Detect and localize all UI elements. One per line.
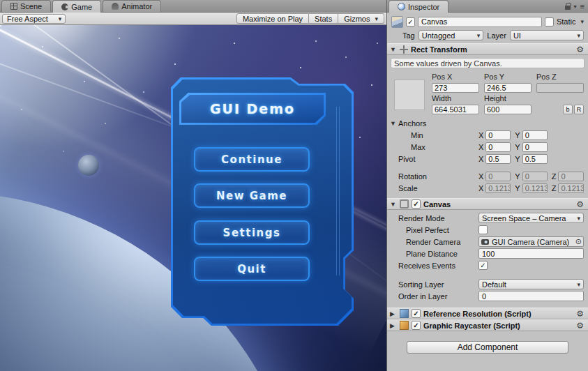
rect-transform-header[interactable]: ▼ Rect Transform ⚙ (387, 43, 588, 55)
plane-distance-row: Plane Distance 100 (387, 248, 588, 259)
tab-inspector[interactable]: Inspector (389, 0, 448, 13)
raw-edit-mode-button[interactable]: R (574, 105, 584, 114)
graphic-raycaster-icon (400, 321, 409, 330)
reference-resolution-icon (400, 309, 409, 318)
new-game-button[interactable]: New Game (194, 183, 310, 208)
pivot-x-field[interactable]: 0.5 (485, 154, 511, 164)
pos-z-field (536, 83, 584, 93)
tag-dropdown[interactable]: Untagged ▾ (419, 30, 484, 40)
rect-transform-block: Pos X Pos Y Pos Z 273 246.5 Width Height… (387, 70, 588, 117)
inspector-icon (398, 3, 405, 10)
gear-icon[interactable]: ⚙ (576, 321, 584, 331)
anchors-label: Anchors (398, 119, 478, 128)
blueprint-mode-button[interactable]: b (563, 105, 573, 114)
reference-resolution-header[interactable]: ▶ ✓ Reference Resolution (Script) ⚙ (387, 308, 588, 319)
graphic-raycaster-header[interactable]: ▶ ✓ Graphic Raycaster (Script) ⚙ (387, 319, 588, 331)
order-in-layer-label: Order in Layer (398, 292, 478, 301)
game-pane: Scene Game Animator Free Aspect ▾ Maximi… (0, 0, 386, 371)
foldout-icon[interactable]: ▼ (390, 46, 397, 53)
width-label: Width (432, 94, 479, 103)
rotation-row: Rotation X0 Y0 Z0 (387, 170, 588, 182)
aspect-dropdown[interactable]: Free Aspect ▾ (2, 14, 66, 24)
gizmos-dropdown[interactable]: Gizmos ▾ (338, 13, 384, 24)
gear-icon[interactable]: ⚙ (576, 309, 584, 319)
height-field[interactable]: 600 (484, 105, 532, 114)
object-picker-icon[interactable]: ⊙ (575, 237, 582, 246)
receives-events-checkbox[interactable]: ✓ (478, 261, 488, 270)
pixel-perfect-checkbox[interactable] (478, 225, 488, 234)
tab-game-label: Game (71, 3, 92, 11)
layer-dropdown[interactable]: UI ▾ (510, 30, 584, 40)
scale-label: Scale (398, 184, 478, 192)
tab-scene[interactable]: Scene (1, 0, 51, 12)
gear-icon[interactable]: ⚙ (576, 199, 584, 209)
canvas-component-header[interactable]: ▼ ✓ Canvas ⚙ (387, 198, 588, 210)
lock-icon[interactable] (565, 6, 571, 10)
camera-icon (481, 239, 489, 245)
render-camera-object-field[interactable]: GUI Camera (Camera) ⊙ (478, 236, 584, 247)
game-viewport[interactable]: GUI Demo Continue New Game Settings Quit (0, 25, 386, 371)
gameobject-icon (391, 16, 403, 28)
scale-x-field: 0.12132 (485, 183, 511, 193)
panel-menu-icon[interactable]: ≡ (580, 3, 585, 10)
min-x-field[interactable]: 0 (485, 130, 511, 140)
dropdown-arrow-icon[interactable]: ▾ (574, 3, 577, 10)
gameobject-header: ✓ Canvas Static ▾ (387, 14, 588, 29)
active-checkbox[interactable]: ✓ (406, 17, 415, 26)
menu-title: GUI Demo (179, 93, 326, 125)
tag-layer-row: Tag Untagged ▾ Layer UI ▾ (387, 29, 588, 43)
settings-button[interactable]: Settings (194, 220, 310, 245)
tab-animator[interactable]: Animator (103, 0, 161, 12)
width-field[interactable]: 664.5031 (432, 105, 479, 114)
static-dropdown-arrow-icon[interactable]: ▾ (580, 18, 584, 25)
pos-x-field[interactable]: 273 (432, 83, 479, 93)
dropdown-arrow-icon: ▾ (577, 281, 580, 288)
pos-y-field[interactable]: 246.5 (484, 83, 532, 93)
aspect-dropdown-label: Free Aspect (7, 15, 48, 23)
receives-events-label: Receives Events (398, 262, 478, 270)
menu-panel-accent-line (336, 107, 340, 275)
quit-button[interactable]: Quit (194, 257, 310, 281)
foldout-icon[interactable]: ▼ (390, 201, 397, 208)
maximize-on-play-button[interactable]: Maximize on Play (236, 13, 309, 24)
graphic-raycaster-checkbox[interactable]: ✓ (412, 321, 421, 330)
pos-x-label: Pos X (432, 73, 479, 82)
anchors-row[interactable]: ▼ Anchors (387, 117, 588, 129)
continue-button[interactable]: Continue (194, 147, 310, 172)
add-component-button[interactable]: Add Component (407, 341, 568, 354)
game-toolbar: Free Aspect ▾ Maximize on Play Stats Giz… (0, 13, 386, 25)
sorting-layer-dropdown[interactable]: Default ▾ (478, 279, 584, 289)
render-mode-dropdown[interactable]: Screen Space – Camera ▾ (478, 213, 584, 223)
pivot-row: Pivot X0.5 Y0.5 (387, 153, 588, 165)
name-field[interactable]: Canvas (418, 17, 542, 27)
tab-inspector-label: Inspector (408, 3, 439, 11)
left-tab-strip: Scene Game Animator (0, 0, 386, 13)
tab-animator-label: Animator (121, 2, 152, 10)
max-y-field[interactable]: 0 (522, 142, 548, 152)
canvas-enabled-checkbox[interactable]: ✓ (412, 199, 421, 209)
anchor-preview[interactable] (394, 80, 425, 110)
scale-y-field: 0.12132 (522, 183, 548, 193)
pos-y-label: Pos Y (484, 73, 532, 82)
foldout-icon[interactable]: ▶ (390, 322, 397, 329)
max-x-field[interactable]: 0 (485, 142, 511, 152)
pivot-y-field[interactable]: 0.5 (522, 154, 548, 164)
foldout-icon[interactable]: ▶ (390, 310, 397, 317)
static-checkbox[interactable] (545, 17, 554, 26)
driven-note: Some values driven by Canvas. (391, 58, 585, 68)
moon (78, 155, 99, 176)
min-y-field[interactable]: 0 (522, 130, 548, 140)
unity-editor-window: Scene Game Animator Free Aspect ▾ Maximi… (0, 0, 588, 371)
gear-icon[interactable]: ⚙ (576, 45, 584, 54)
min-label: Min (411, 131, 478, 139)
foldout-icon[interactable]: ▼ (390, 120, 398, 127)
order-in-layer-field[interactable]: 0 (478, 291, 584, 301)
plane-distance-field[interactable]: 100 (478, 248, 584, 259)
stats-button[interactable]: Stats (309, 13, 338, 24)
tab-game[interactable]: Game (52, 0, 101, 13)
max-label: Max (411, 143, 478, 151)
scene-icon (10, 3, 17, 10)
render-mode-label: Render Mode (398, 214, 478, 222)
reference-resolution-checkbox[interactable]: ✓ (412, 309, 421, 318)
pos-z-label: Pos Z (536, 73, 584, 82)
